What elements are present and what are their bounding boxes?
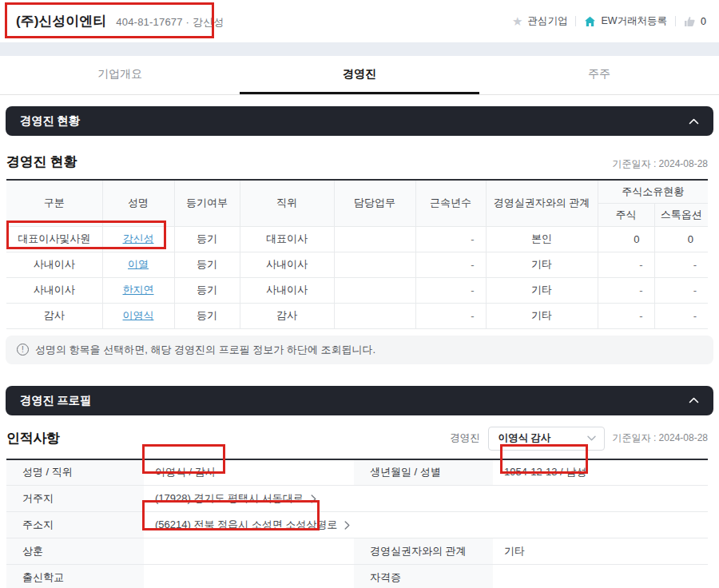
name-position-label: 성명 / 직위 [6, 459, 144, 486]
exec-position: 감사 [240, 303, 334, 328]
exec-position: 대표이사 [240, 226, 334, 252]
exec-row: 사내이사 이열 등기 사내이사 - 기타 - - [6, 252, 708, 277]
exec-stock: - [598, 303, 654, 328]
meta-separator: · [186, 16, 190, 28]
exec-profile-collapse-bar[interactable]: 경영진 프로필 [6, 386, 713, 415]
exec-name-link[interactable]: 한지연 [123, 284, 154, 296]
exec-stock-option: - [654, 252, 708, 277]
exec-status-section-head: 경영진 현황 기준일자 : 2024-08-28 [6, 153, 708, 171]
exec-stock-option: - [654, 277, 708, 303]
profile-table: 성명 / 직위 이영식 / 감사 생년월일 / 성별 1954-12-13 / … [6, 459, 708, 588]
exec-registered: 등기 [174, 277, 240, 303]
page-background-gap [0, 42, 719, 56]
exec-relation: 본인 [486, 226, 598, 252]
exec-status-collapse-bar[interactable]: 경영진 현황 [6, 106, 713, 136]
exec-relation: 기타 [486, 277, 598, 303]
like-count: 0 [701, 16, 706, 27]
company-name: (주)신성이엔티 [16, 12, 106, 30]
thumbs-up-icon [684, 16, 696, 27]
ceo-name: 강신성 [193, 16, 224, 28]
exec-tenure: - [415, 277, 486, 303]
residence-label: 거주지 [6, 486, 144, 512]
ew-register-button[interactable]: EW거래처등록 [584, 14, 667, 28]
exec-name-link[interactable]: 강신성 [123, 232, 154, 244]
exec-duty [334, 277, 415, 303]
exec-duty [334, 303, 415, 328]
tab-shareholders[interactable]: 주주 [479, 56, 719, 94]
exec-stock-option: 0 [654, 226, 708, 252]
chevron-up-icon [689, 397, 699, 403]
tab-executives[interactable]: 경영진 [240, 56, 479, 94]
exec-registered: 등기 [174, 252, 240, 277]
company-meta: 404-81-17677 · 강신성 [116, 15, 224, 30]
col-header-relation: 경영실권자와의 관계 [486, 180, 598, 226]
exec-stock-option: - [654, 303, 708, 328]
exec-profile-bar-title: 경영진 프로필 [20, 393, 91, 408]
col-header-stock: 주식 [598, 203, 654, 226]
favorite-button[interactable]: ★ 관심기업 [512, 14, 567, 28]
residence-value: (17928) 경기도 평택시 서동대로 [155, 491, 304, 506]
chevron-up-icon [689, 118, 699, 125]
like-button[interactable]: 0 [684, 16, 706, 27]
exec-registered: 등기 [174, 226, 240, 252]
info-icon: ! [17, 344, 29, 356]
divider [575, 16, 576, 26]
col-header-position: 직위 [240, 180, 334, 226]
exec-table: 구분 성명 등기여부 직위 담당업무 근속년수 경영실권자와의 관계 주식소유현… [6, 179, 708, 329]
chevron-right-icon [344, 521, 350, 530]
address-link[interactable]: (56214) 전북 정읍시 소성면 소성상평로 [155, 518, 708, 532]
notice-banner: ! 성명의 항목을 선택하면, 해당 경영진의 프로필 정보가 하단에 조회됩니… [6, 336, 713, 364]
license-value [493, 565, 708, 588]
profile-row: 상훈 경영실권자와의 관계 기타 [6, 538, 708, 565]
exec-position: 사내이사 [240, 277, 334, 303]
exec-duty [334, 226, 415, 252]
name-position-value: 이영식 / 감사 [144, 459, 354, 486]
awards-label: 상훈 [6, 538, 144, 565]
exec-type: 감사 [6, 303, 102, 328]
address-value: (56214) 전북 정읍시 소성면 소성상평로 [155, 518, 337, 532]
license-label: 자격증 [354, 565, 493, 588]
exec-relation: 기타 [486, 303, 598, 328]
exec-stock: - [598, 252, 654, 277]
profile-row: 주소지 (56214) 전북 정읍시 소성면 소성상평로 [6, 512, 708, 538]
chevron-down-icon [587, 435, 596, 441]
exec-duty [334, 252, 415, 277]
relation-value: 기타 [493, 538, 708, 565]
birth-gender-label: 생년월일 / 성별 [354, 459, 493, 486]
exec-select-dropdown[interactable]: 이영식 감사 [488, 427, 605, 451]
profile-row: 성명 / 직위 이영식 / 감사 생년월일 / 성별 1954-12-13 / … [6, 459, 708, 486]
profile-row: 거주지 (17928) 경기도 평택시 서동대로 [6, 486, 708, 512]
exec-tenure: - [415, 252, 486, 277]
chevron-right-icon [311, 495, 316, 503]
col-header-type: 구분 [6, 180, 102, 226]
page: (주)신성이엔티 404-81-17677 · 강신성 ★ 관심기업 EW거래처… [0, 0, 719, 588]
exec-tenure: - [415, 303, 486, 328]
notice-text: 성명의 항목을 선택하면, 해당 경영진의 프로필 정보가 하단에 조회됩니다. [35, 343, 375, 357]
exec-registered: 등기 [174, 303, 240, 328]
exec-stock: 0 [598, 226, 654, 252]
exec-name-link[interactable]: 이열 [128, 258, 149, 270]
exec-tenure: - [415, 226, 486, 252]
profile-base-date: 기준일자 : 2024-08-28 [613, 431, 708, 445]
col-header-tenure: 근속년수 [415, 180, 486, 226]
ew-register-label: EW거래처등록 [601, 14, 667, 28]
tab-company-overview[interactable]: 기업개요 [0, 56, 240, 94]
col-header-stock-option: 스톡옵션 [654, 203, 708, 226]
exec-relation: 기타 [486, 252, 598, 277]
col-header-name: 성명 [102, 180, 174, 226]
col-header-registered: 등기여부 [174, 180, 240, 226]
star-icon: ★ [512, 15, 522, 27]
school-value [144, 565, 354, 588]
exec-stock: - [598, 277, 654, 303]
relation-label: 경영실권자와의 관계 [354, 538, 493, 565]
exec-select-label: 경영진 [450, 431, 480, 445]
exec-name-link[interactable]: 이영식 [123, 309, 154, 321]
exec-row: 감사 이영식 등기 감사 - 기타 - - [6, 303, 708, 328]
tab-bar: 기업개요 경영진 주주 [0, 56, 719, 95]
exec-position: 사내이사 [240, 252, 334, 277]
exec-status-title: 경영진 현황 [6, 153, 77, 171]
residence-link[interactable]: (17928) 경기도 평택시 서동대로 [155, 491, 708, 506]
exec-status-bar-title: 경영진 현황 [20, 113, 80, 129]
col-header-stock-group: 주식소유현황 [598, 180, 708, 203]
profile-row: 출신학교 자격증 [6, 565, 708, 588]
